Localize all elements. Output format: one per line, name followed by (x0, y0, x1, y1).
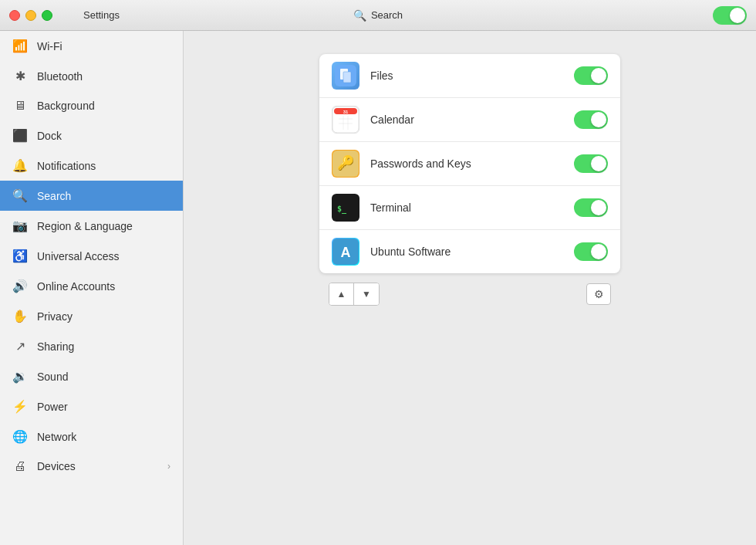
universal-access-icon: ♿ (12, 249, 28, 263)
list-item: A Ubuntu Software (319, 230, 620, 273)
sidebar-item-privacy[interactable]: ✋ Privacy (0, 301, 183, 331)
titlebar-search-area: 🔍 Search (353, 9, 403, 22)
online-accounts-icon: 🔊 (12, 279, 28, 293)
maximize-button[interactable] (42, 10, 52, 21)
terminal-icon: $_ (332, 194, 359, 222)
titlebar-search-label: Search (371, 9, 403, 21)
ubuntu-software-app-name: Ubuntu Software (370, 245, 563, 258)
sidebar-label-notifications: Notifications (37, 160, 170, 172)
sidebar-item-dock[interactable]: ⬛ Dock (0, 120, 183, 151)
minimize-button[interactable] (25, 10, 36, 21)
sidebar-label-sharing: Sharing (37, 340, 170, 353)
search-icon: 🔍 (353, 9, 366, 22)
notifications-icon: 🔔 (12, 158, 28, 173)
dock-icon: ⬛ (12, 128, 28, 143)
list-item: $_ Terminal (319, 186, 620, 230)
calendar-app-name: Calendar (370, 113, 563, 126)
devices-chevron-icon: › (167, 461, 170, 472)
ubuntu-svg: A (332, 239, 359, 265)
sidebar-item-network[interactable]: 🌐 Network (0, 421, 183, 452)
sidebar-label-background: Background (37, 100, 170, 112)
sidebar-item-power[interactable]: ⚡ Power (0, 391, 183, 421)
settings-gear-button[interactable]: ⚙ (586, 283, 611, 305)
sidebar-item-bluetooth[interactable]: ✱ Bluetooth (0, 61, 183, 91)
panel-controls: ▲ ▼ ⚙ (319, 276, 620, 312)
files-toggle[interactable] (574, 66, 608, 85)
bluetooth-icon: ✱ (12, 69, 28, 83)
sidebar-label-dock: Dock (37, 130, 170, 142)
files-svg (335, 65, 356, 86)
network-icon: 🌐 (12, 429, 28, 444)
power-icon: ⚡ (12, 399, 28, 414)
titlebar-toggle[interactable] (713, 6, 747, 25)
svg-text:31: 31 (343, 110, 349, 114)
devices-icon: 🖨 (12, 459, 28, 473)
sidebar-label-wifi: Wi-Fi (37, 40, 170, 52)
files-app-name: Files (370, 69, 563, 82)
passwords-toggle[interactable] (574, 154, 608, 173)
svg-text:$_: $_ (337, 205, 347, 214)
terminal-svg: $_ (332, 195, 359, 221)
sidebar: 📶 Wi-Fi ✱ Bluetooth 🖥 Background ⬛ Dock … (0, 31, 184, 545)
sidebar-item-search[interactable]: 🔍 Search (0, 181, 183, 211)
move-down-button[interactable]: ▼ (354, 283, 379, 305)
sidebar-item-background[interactable]: 🖥 Background (0, 91, 183, 120)
region-icon: 📷 (12, 218, 28, 233)
sidebar-label-power: Power (37, 401, 170, 413)
sharing-icon: ↗ (12, 339, 28, 354)
sidebar-label-bluetooth: Bluetooth (37, 70, 170, 83)
calendar-toggle[interactable] (574, 110, 608, 129)
content-area: Files 31 Calendar (184, 31, 756, 545)
list-item: 🔑 Passwords and Keys (319, 142, 620, 186)
traffic-lights (9, 10, 52, 21)
arrow-buttons: ▲ ▼ (329, 283, 380, 306)
sidebar-label-network: Network (37, 431, 170, 443)
terminal-app-name: Terminal (370, 201, 563, 214)
svg-text:A: A (341, 245, 351, 260)
app-name: Settings (83, 9, 120, 21)
sidebar-item-universal-access[interactable]: ♿ Universal Access (0, 241, 183, 271)
terminal-toggle[interactable] (574, 198, 608, 217)
close-button[interactable] (9, 10, 20, 21)
sidebar-item-devices[interactable]: 🖨 Devices › (0, 452, 183, 481)
list-item: 31 Calendar (319, 98, 620, 142)
calendar-icon: 31 (332, 106, 359, 134)
passwords-icon: 🔑 (332, 150, 359, 178)
list-item: Files (319, 54, 620, 98)
sidebar-item-online-accounts[interactable]: 🔊 Online Accounts (0, 271, 183, 301)
main-container: 📶 Wi-Fi ✱ Bluetooth 🖥 Background ⬛ Dock … (0, 31, 756, 545)
sidebar-label-search: Search (37, 190, 170, 202)
wifi-icon: 📶 (12, 39, 28, 53)
ubuntu-software-icon: A (332, 238, 359, 266)
sidebar-item-notifications[interactable]: 🔔 Notifications (0, 151, 183, 181)
sidebar-item-sharing[interactable]: ↗ Sharing (0, 331, 183, 361)
sidebar-label-devices: Devices (37, 460, 158, 472)
privacy-icon: ✋ (12, 309, 28, 323)
move-up-button[interactable]: ▲ (329, 283, 354, 305)
apps-panel: Files 31 Calendar (319, 54, 620, 273)
calendar-svg: 31 (332, 107, 359, 133)
svg-rect-2 (343, 72, 351, 83)
passwords-app-name: Passwords and Keys (370, 157, 563, 170)
sidebar-label-sound: Sound (37, 371, 170, 383)
background-icon: 🖥 (12, 99, 28, 113)
sidebar-label-online-accounts: Online Accounts (37, 280, 170, 293)
sidebar-item-sound[interactable]: 🔉 Sound (0, 361, 183, 391)
titlebar: Settings 🔍 Search (0, 0, 756, 31)
sound-icon: 🔉 (12, 369, 28, 384)
sidebar-label-region: Region & Language (37, 220, 170, 232)
search-sidebar-icon: 🔍 (12, 188, 28, 203)
global-toggle[interactable] (713, 6, 747, 25)
svg-text:🔑: 🔑 (337, 154, 355, 171)
ubuntu-software-toggle[interactable] (574, 242, 608, 261)
sidebar-label-privacy: Privacy (37, 310, 170, 323)
sidebar-item-wifi[interactable]: 📶 Wi-Fi (0, 31, 183, 61)
sidebar-label-universal-access: Universal Access (37, 250, 170, 262)
files-icon (332, 62, 359, 90)
passwords-svg: 🔑 (332, 151, 359, 177)
sidebar-item-region[interactable]: 📷 Region & Language (0, 211, 183, 241)
